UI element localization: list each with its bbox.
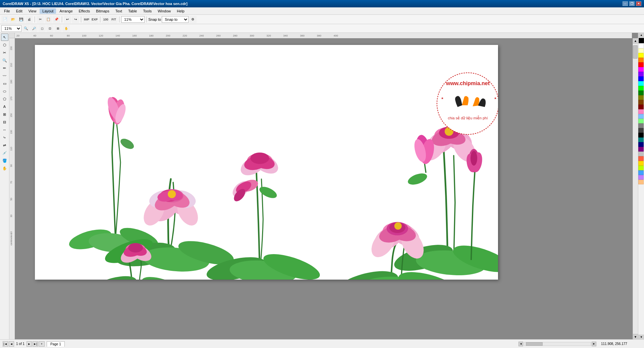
paste-button[interactable]: 📌 (53, 16, 60, 23)
zoom-out-button2[interactable]: 🔎 (30, 25, 38, 32)
tool-freehand[interactable]: ✏ (1, 64, 8, 72)
scroll-left-button[interactable]: ◄ (518, 342, 523, 346)
zoom-page-button[interactable]: ⊡ (46, 25, 54, 32)
color-swatch-violet[interactable] (638, 72, 644, 76)
snap-select[interactable]: Snap to Grid Guidelines (162, 16, 189, 23)
palette-scroll-down[interactable]: ▼ (638, 335, 644, 339)
undo-button[interactable]: ↩ (64, 16, 71, 23)
last-page-button[interactable]: ►| (33, 341, 38, 347)
scroll-right-button[interactable]: ► (592, 342, 596, 346)
color-swatch-darkgreen[interactable] (638, 91, 644, 95)
close-button[interactable]: ✕ (636, 1, 641, 6)
tool-paint[interactable]: 🪣 (1, 157, 8, 164)
color-swatch-red[interactable] (638, 62, 644, 67)
save-button[interactable]: 💾 (17, 16, 25, 23)
copy-button[interactable]: 📋 (45, 16, 52, 23)
snap-settings-button[interactable]: ⚙ (189, 16, 197, 23)
prev-page-button[interactable]: ◄ (9, 341, 14, 347)
color-swatch-purple[interactable] (638, 147, 644, 152)
color-swatch-skyblue[interactable] (638, 170, 644, 175)
color-swatch-gold[interactable] (638, 161, 644, 166)
menu-bitmaps[interactable]: Bitmaps (93, 8, 112, 14)
scroll-up-button[interactable]: ▲ (633, 38, 638, 44)
color-swatch-lightgreen[interactable] (638, 119, 644, 123)
tool-parallel[interactable]: ⊟ (1, 118, 8, 126)
tool-text[interactable]: A (1, 103, 8, 110)
tool-blend[interactable]: ⇌ (1, 141, 8, 149)
minimize-button[interactable]: ─ (623, 1, 628, 6)
tool-table[interactable]: ⊞ (1, 111, 8, 118)
page-tab[interactable]: Page 1 (47, 341, 65, 347)
menu-layout[interactable]: Layout (40, 8, 56, 14)
tool-zoom[interactable]: 🔍 (1, 57, 8, 64)
scroll-thumb[interactable] (633, 45, 638, 59)
color-swatch-blue[interactable] (638, 76, 644, 81)
tool-polygon[interactable]: ⬠ (1, 95, 8, 103)
print-button[interactable]: 🖨 (26, 16, 33, 23)
menu-text[interactable]: Text (113, 8, 125, 14)
color-swatch-lightyellow[interactable] (638, 48, 644, 53)
export-button[interactable]: EXP (91, 16, 98, 23)
menu-window[interactable]: Window (155, 8, 174, 14)
color-swatch-pink[interactable] (638, 109, 644, 114)
restore-button[interactable]: ❐ (629, 1, 635, 6)
color-swatch-lavender[interactable] (638, 175, 644, 180)
scroll-down-button[interactable]: ▼ (633, 334, 638, 339)
first-page-button[interactable]: |◄ (3, 341, 8, 347)
menu-edit[interactable]: Edit (13, 8, 25, 14)
color-swatch-black[interactable] (638, 133, 644, 137)
palette-scroll-up[interactable]: ▲ (638, 33, 644, 38)
color-swatch-teal[interactable] (638, 137, 644, 142)
tool-crop[interactable]: ✂ (1, 49, 8, 56)
zoom-fit-button[interactable]: FIT (110, 16, 117, 23)
open-button[interactable]: 📂 (9, 16, 17, 23)
zoom-in-button[interactable]: 🔍 (22, 25, 30, 32)
drawing-canvas[interactable]: www.chipmia.net chia sẻ dữ liệu miễn phí… (35, 45, 498, 280)
h-scroll-thumb[interactable] (526, 342, 543, 346)
color-swatch-maroon[interactable] (638, 105, 644, 109)
tool-connector[interactable]: ⤷ (1, 134, 8, 141)
tool-shape[interactable]: ⬡ (1, 41, 8, 49)
canvas-area[interactable]: 20 40 60 80 100 120 140 160 180 200 220 … (9, 33, 638, 339)
zoom-100-button[interactable]: 100 (102, 16, 109, 23)
menu-arrange[interactable]: Arrange (57, 8, 75, 14)
tool-ellipse[interactable]: ⬭ (1, 88, 8, 95)
color-swatch-lime[interactable] (638, 166, 644, 170)
color-swatch-cyan[interactable] (638, 81, 644, 86)
add-page-button[interactable]: + (39, 341, 45, 347)
color-swatch-orange[interactable] (638, 58, 644, 62)
menu-effects[interactable]: Effects (76, 8, 93, 14)
color-swatch-darkgray[interactable] (638, 128, 644, 133)
menu-help[interactable]: Help (174, 8, 187, 14)
color-swatch-peach[interactable] (638, 180, 644, 184)
color-swatch-gray[interactable] (638, 123, 644, 128)
import-button[interactable]: IMP (83, 16, 90, 23)
tool-select[interactable]: ↖ (1, 34, 8, 41)
color-swatch-silver[interactable] (638, 152, 644, 156)
next-page-button[interactable]: ► (27, 341, 32, 347)
zoom-select[interactable]: 11% 25% 50% 75% 100% (121, 16, 145, 23)
menu-file[interactable]: File (1, 8, 13, 14)
color-swatch-lightblue[interactable] (638, 114, 644, 119)
horizontal-scrollbar[interactable]: ◄ ► (518, 342, 596, 346)
no-color-swatch[interactable]: ✕ (639, 38, 644, 43)
vertical-scrollbar[interactable]: ▲ ▼ (633, 38, 638, 339)
zoom-all-button[interactable]: ⊞ (54, 25, 62, 32)
menu-table[interactable]: Table (126, 8, 140, 14)
pan-button[interactable]: ✋ (62, 25, 70, 32)
color-swatch-coral[interactable] (638, 156, 644, 161)
color-swatch-navy[interactable] (638, 142, 644, 147)
color-swatch-olive[interactable] (638, 95, 644, 100)
zoom-fit2-button[interactable]: ◻ (38, 25, 46, 32)
color-swatch-brown[interactable] (638, 100, 644, 105)
color-swatch-magenta[interactable] (638, 67, 644, 72)
cut-button[interactable]: ✂ (37, 16, 44, 23)
zoom-select2[interactable]: 11% 50% 100% (1, 25, 21, 32)
color-swatch-green[interactable] (638, 86, 644, 91)
color-swatch-white[interactable] (638, 44, 644, 48)
redo-button[interactable]: ↪ (72, 16, 79, 23)
tool-smartdraw[interactable]: 〰 (1, 72, 8, 79)
color-swatch-yellow[interactable] (638, 53, 644, 58)
new-button[interactable]: 📄 (1, 16, 9, 23)
tool-rect[interactable]: ▭ (1, 80, 8, 87)
